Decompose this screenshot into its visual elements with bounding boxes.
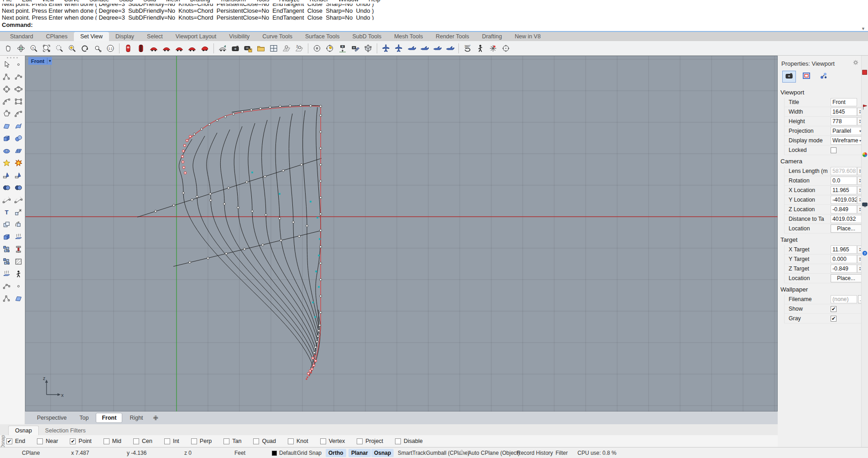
single-point-button[interactable] (12, 59, 24, 72)
osnap-tan[interactable]: Tan (223, 438, 241, 444)
osnap-point[interactable]: ✔Point (70, 438, 92, 444)
grid-array-button[interactable] (0, 256, 12, 269)
surface-3pt-button[interactable] (0, 121, 12, 133)
field-y-target[interactable]: 0.000 (831, 255, 857, 263)
ribbon-tab-surface-tools[interactable]: Surface Tools (299, 32, 346, 41)
right-view-button[interactable] (186, 42, 198, 54)
extrude-up-button[interactable] (0, 269, 12, 281)
ribbon-tab-display[interactable]: Display (109, 32, 140, 41)
status-cplane[interactable]: CPlane (19, 449, 42, 457)
viewport-canvas[interactable]: zx (25, 56, 778, 411)
osnap-perp[interactable]: Perp (191, 438, 212, 444)
osnap-tan-checkbox[interactable] (223, 438, 229, 444)
boolean-difference-button[interactable] (12, 182, 24, 195)
osnap-int-checkbox[interactable] (164, 438, 170, 444)
surface-from-curves-button[interactable] (12, 121, 24, 133)
properties-viewport-tab[interactable] (782, 71, 796, 83)
field-filename[interactable]: (none) (831, 295, 857, 303)
ribbon-tab-render-tools[interactable]: Render Tools (429, 32, 475, 41)
circle-cnr-button[interactable] (0, 84, 12, 96)
ribbon-tab-mesh-tools[interactable]: Mesh Tools (388, 32, 429, 41)
array-tiles-button[interactable] (0, 244, 12, 256)
clamp-tool-button[interactable] (12, 244, 24, 256)
sketch-curve-button[interactable] (0, 293, 12, 306)
copy-button[interactable] (0, 219, 12, 232)
place-camera-target-button[interactable] (336, 42, 349, 54)
osnap-project-checkbox[interactable] (357, 438, 363, 444)
status-filter[interactable]: Filter (553, 449, 571, 457)
view-widget-button[interactable] (362, 42, 374, 54)
osnap-end[interactable]: ✔End (6, 438, 25, 444)
dropdown-display-mode[interactable]: Wireframe▾ (831, 136, 863, 145)
button-place[interactable]: Place... (831, 224, 862, 233)
viewport-tab-right[interactable]: Right (124, 413, 148, 422)
walk-tool-button[interactable] (12, 269, 24, 281)
freeform-curve-button[interactable] (0, 281, 12, 293)
command-prompt[interactable]: Command: (0, 20, 868, 28)
viewport-title-tab[interactable]: Front ▾ (28, 57, 52, 65)
adjustable-blend-button[interactable] (12, 195, 24, 207)
ribbon-tab-drafting[interactable]: Drafting (476, 32, 509, 41)
osnap-int[interactable]: Int (164, 438, 179, 444)
checkbox-locked[interactable] (831, 147, 837, 153)
osnap-cen-checkbox[interactable] (133, 438, 139, 444)
status-z-0[interactable]: z 0 (182, 449, 194, 457)
osnap-near[interactable]: Near (37, 438, 58, 444)
front-view-button[interactable] (147, 42, 160, 54)
field-width[interactable]: 1645 (831, 108, 857, 116)
rotate-view-button[interactable] (15, 42, 27, 54)
zoom-selected-button[interactable] (53, 42, 66, 54)
camera-settings-button[interactable] (229, 42, 242, 54)
undo-view-change-button[interactable] (78, 42, 91, 54)
menu-tools[interactable]: Tools (256, 0, 269, 3)
ribbon-tab-cplanes[interactable]: CPlanes (40, 32, 74, 41)
set-target-button[interactable] (311, 42, 323, 54)
field-height[interactable]: 778 (831, 117, 857, 125)
solid-torus-button[interactable] (0, 146, 12, 158)
osnap-knot-checkbox[interactable] (288, 438, 294, 444)
turntable-button[interactable]: 360° (461, 42, 474, 54)
menu-curve[interactable]: Curve (64, 0, 79, 3)
materials-tab[interactable] (862, 151, 868, 158)
checkbox-show[interactable]: ✔ (831, 306, 837, 312)
field-rotation[interactable]: 0.0 (831, 177, 857, 185)
status-feet[interactable]: Feet (232, 449, 248, 457)
panel-tab-osnap[interactable]: Osnap (8, 426, 39, 435)
osnap-mid-checkbox[interactable] (104, 438, 109, 444)
polyline-button[interactable] (0, 72, 12, 84)
menu-help[interactable]: Help (369, 0, 380, 3)
blend-curves-button[interactable] (0, 195, 12, 207)
ribbon-tab-viewport-layout[interactable]: Viewport Layout (169, 32, 223, 41)
ribbon-tab-subd-tools[interactable]: SubD Tools (346, 32, 388, 41)
zoom-target-button[interactable] (91, 42, 104, 54)
menu-analyze[interactable]: Analyze (279, 0, 299, 3)
status-x-7-487[interactable]: x 7.487 (68, 449, 92, 457)
ribbon-tab-visibility[interactable]: Visibility (223, 32, 256, 41)
field-z-location[interactable]: -0.849 (831, 205, 857, 213)
boolean-union-button[interactable] (0, 182, 12, 195)
pan-view-button[interactable] (2, 42, 15, 54)
layers-tab[interactable] (862, 69, 868, 76)
menu-solid[interactable]: Solid (143, 0, 156, 3)
menu-window[interactable]: Window (338, 0, 359, 3)
status-y-4-136[interactable]: y -4.136 (124, 449, 149, 457)
surface-from-network-button[interactable] (12, 146, 24, 158)
viewport-tab-top[interactable]: Top (74, 413, 94, 422)
walkabout-button[interactable] (474, 42, 487, 54)
button-place[interactable]: Place... (831, 274, 862, 282)
save-named-view-button[interactable] (242, 42, 255, 54)
command-prompt-row[interactable]: Command: ▼ (0, 20, 868, 32)
left-view-button[interactable] (173, 42, 186, 54)
camera-target-button[interactable] (323, 42, 336, 54)
patch-surface-button[interactable] (12, 293, 24, 306)
menu-mesh[interactable]: Mesh (166, 0, 180, 3)
set-view-1pt-button[interactable] (280, 42, 293, 54)
ribbon-tab-select[interactable]: Select (140, 32, 169, 41)
pan-crosshair-button[interactable] (499, 42, 512, 54)
osnap-cen[interactable]: Cen (133, 438, 152, 444)
osnap-vertex-checkbox[interactable] (320, 438, 326, 444)
solid-sphere-button[interactable] (12, 133, 24, 146)
dropdown-projection[interactable]: Parallel▾ (831, 127, 863, 135)
osnap-project[interactable]: Project (357, 438, 383, 444)
properties-gumball-tab[interactable] (817, 71, 831, 83)
